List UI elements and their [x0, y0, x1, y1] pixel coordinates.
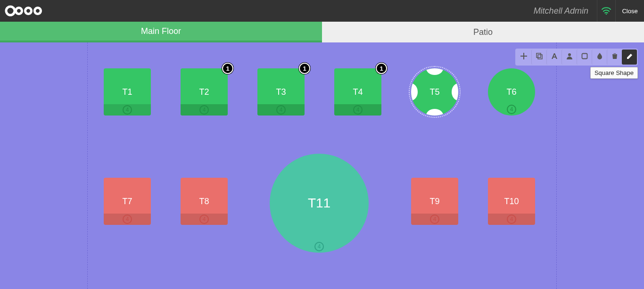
table-label: T11 [308, 196, 330, 211]
tables-layer: T14T214T314T414T5T64T74T84T114T94T104 [0, 42, 644, 289]
wifi-icon[interactable] [597, 0, 616, 22]
seat-count: 4 [104, 104, 151, 116]
table-label: T1 [122, 87, 132, 97]
order-count-badge: 1 [299, 63, 310, 74]
brand-logo [5, 4, 48, 17]
svg-point-0 [6, 7, 15, 15]
table-label: T2 [199, 87, 209, 97]
table-t10[interactable]: T104 [488, 178, 535, 225]
table-t11[interactable]: T114 [270, 154, 369, 253]
table-t9[interactable]: T94 [411, 178, 458, 225]
tab-main-floor[interactable]: Main Floor [0, 22, 322, 42]
seat-count: 4 [334, 104, 381, 116]
seat-cutout [426, 68, 443, 75]
table-t8[interactable]: T84 [181, 178, 228, 225]
seat-count: 4 [270, 242, 369, 251]
table-t1[interactable]: T14 [104, 68, 151, 116]
top-bar: Mitchell Admin Close [0, 0, 644, 22]
seat-count: 4 [488, 214, 535, 225]
seat-count: 4 [488, 105, 535, 114]
username-label[interactable]: Mitchell Admin [534, 6, 588, 16]
order-count-badge: 1 [376, 63, 387, 74]
floor-canvas[interactable]: Square Shape T14T214T314T414T5T64T74T84T… [0, 42, 644, 289]
table-label: T10 [504, 197, 519, 206]
seat-cutout [452, 83, 458, 100]
table-label: T9 [429, 197, 439, 206]
seat-count: 4 [181, 104, 228, 116]
seat-count: 4 [104, 214, 151, 225]
table-label: T6 [506, 87, 516, 97]
floor-tabs: Main Floor Patio [0, 22, 644, 42]
seat-count: 4 [257, 104, 305, 116]
seat-count: 4 [181, 214, 228, 225]
table-t3[interactable]: T314 [257, 68, 305, 116]
tab-patio[interactable]: Patio [322, 22, 644, 42]
table-label: T3 [276, 87, 286, 97]
table-t7[interactable]: T74 [104, 178, 151, 225]
table-label: T4 [353, 87, 363, 97]
close-button[interactable]: Close [616, 0, 644, 22]
table-label: T8 [199, 197, 209, 206]
seat-cutout [411, 83, 418, 100]
table-t5[interactable]: T5 [411, 68, 458, 116]
table-label: T5 [429, 87, 439, 97]
table-t2[interactable]: T214 [181, 68, 228, 116]
table-t6[interactable]: T64 [488, 68, 535, 116]
seat-count: 4 [411, 214, 458, 225]
table-label: T7 [122, 197, 132, 206]
svg-point-1 [606, 14, 607, 15]
table-t4[interactable]: T414 [334, 68, 381, 116]
seat-cutout [426, 109, 443, 116]
order-count-badge: 1 [222, 63, 233, 74]
